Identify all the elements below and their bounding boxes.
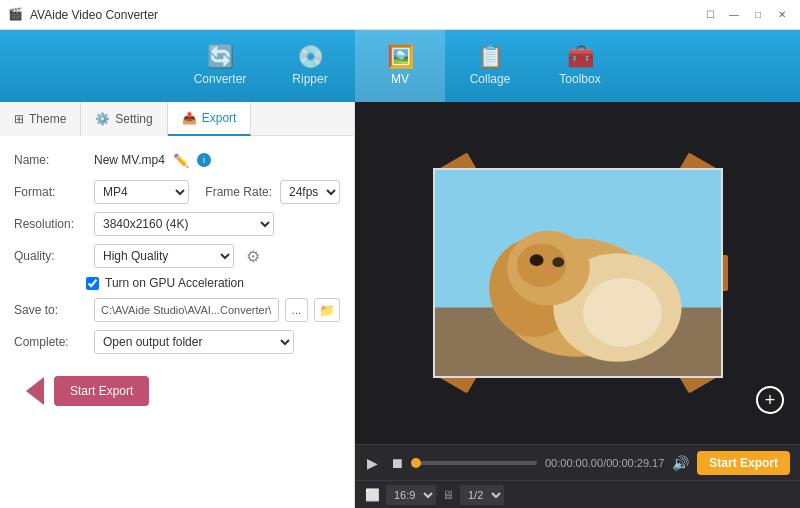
collage-icon: 📋 bbox=[477, 46, 504, 68]
mv-icon: 🖼️ bbox=[387, 46, 414, 68]
maximize-button[interactable]: □ bbox=[748, 7, 768, 23]
player-controls: ▶ ⏹ 00:00:00.00/00:00:29.17 🔊 Start Expo… bbox=[355, 444, 800, 480]
svg-point-9 bbox=[552, 257, 564, 267]
zoom-select[interactable]: 1/21/12/1 bbox=[460, 485, 504, 505]
toolbox-icon: 🧰 bbox=[567, 46, 594, 68]
format-row: Format: MP4AVIMKVMOV Frame Rate: 24fps30… bbox=[14, 180, 340, 204]
svg-point-8 bbox=[529, 254, 543, 266]
right-panel: + ▶ ⏹ 00:00:00.00/00:00:29.17 🔊 Start Ex… bbox=[355, 102, 800, 508]
nav-toolbox[interactable]: 🧰 Toolbox bbox=[535, 30, 625, 102]
name-row: Name: New MV.mp4 ✏️ i bbox=[14, 148, 340, 172]
play-button[interactable]: ▶ bbox=[365, 453, 380, 473]
info-icon[interactable]: i bbox=[197, 153, 211, 167]
save-path-input[interactable]: C:\AVAide Studio\AVAI...Converter\MV Exp… bbox=[94, 298, 279, 322]
quality-row: Quality: High QualityNormal QualityLow Q… bbox=[14, 244, 340, 268]
gpu-label: Turn on GPU Acceleration bbox=[105, 276, 244, 290]
minimize-button[interactable]: — bbox=[724, 7, 744, 23]
add-media-preview-button[interactable]: + bbox=[756, 386, 784, 414]
nav-collage[interactable]: 📋 Collage bbox=[445, 30, 535, 102]
message-icon[interactable]: ☐ bbox=[700, 7, 720, 23]
start-export-hint: Start Export bbox=[54, 376, 149, 406]
framerate-select[interactable]: 24fps30fps60fps bbox=[280, 180, 340, 204]
nav-ripper[interactable]: 💿 Ripper bbox=[265, 30, 355, 102]
progress-dot bbox=[411, 458, 421, 468]
resolution-label: Resolution: bbox=[14, 217, 86, 231]
svg-point-10 bbox=[544, 268, 552, 274]
start-export-left-button[interactable]: Start Export bbox=[54, 376, 149, 406]
ripper-icon: 💿 bbox=[297, 46, 324, 68]
photo-frame bbox=[433, 168, 723, 378]
theme-tab-icon: ⊞ bbox=[14, 112, 24, 126]
cat-preview bbox=[435, 170, 721, 376]
stop-button[interactable]: ⏹ bbox=[388, 453, 406, 473]
window-controls: ☐ — □ ✕ bbox=[700, 7, 792, 23]
resolution-row: Resolution: 3840x2160 (4K)1920x1080 (FHD… bbox=[14, 212, 340, 236]
tab-export[interactable]: 📤 Export bbox=[168, 102, 252, 136]
complete-label: Complete: bbox=[14, 335, 86, 349]
open-folder-button[interactable]: 📁 bbox=[314, 298, 340, 322]
time-display: 00:00:00.00/00:00:29.17 bbox=[545, 457, 664, 469]
save-label: Save to: bbox=[14, 303, 86, 317]
svg-point-5 bbox=[582, 278, 661, 347]
format-label: Format: bbox=[14, 185, 86, 199]
nav-converter[interactable]: 🔄 Converter bbox=[175, 30, 265, 102]
volume-icon[interactable]: 🔊 bbox=[672, 455, 689, 471]
edit-icon[interactable]: ✏️ bbox=[173, 153, 189, 168]
app-icon: 🎬 bbox=[8, 7, 24, 23]
framerate-label: Frame Rate: bbox=[205, 185, 272, 199]
complete-row: Complete: Open output folderDo nothingSh… bbox=[14, 330, 340, 354]
nav-bar: 🔄 Converter 💿 Ripper 🖼️ MV 📋 Collage 🧰 T… bbox=[0, 30, 800, 102]
start-export-area: Start Export bbox=[14, 376, 340, 406]
aspect-ratio-icon: ⬜ bbox=[365, 488, 380, 502]
complete-select[interactable]: Open output folderDo nothingShut down bbox=[94, 330, 294, 354]
aspect-ratio-select[interactable]: 16:94:31:1 bbox=[386, 485, 436, 505]
close-button[interactable]: ✕ bbox=[772, 7, 792, 23]
gpu-checkbox[interactable] bbox=[86, 277, 99, 290]
export-tab-icon: 📤 bbox=[182, 111, 197, 125]
tab-bar: ⊞ Theme ⚙️ Setting 📤 Export bbox=[0, 102, 354, 136]
tab-theme[interactable]: ⊞ Theme bbox=[0, 102, 81, 136]
resolution-select[interactable]: 3840x2160 (4K)1920x1080 (FHD)1280x720 (H… bbox=[94, 212, 274, 236]
progress-bar[interactable] bbox=[414, 461, 537, 465]
quality-settings-button[interactable]: ⚙ bbox=[242, 245, 264, 267]
name-value: New MV.mp4 bbox=[94, 153, 165, 167]
gpu-row: Turn on GPU Acceleration bbox=[14, 276, 340, 290]
app-title: AVAide Video Converter bbox=[30, 8, 700, 22]
converter-icon: 🔄 bbox=[207, 46, 234, 68]
title-bar: 🎬 AVAide Video Converter ☐ — □ ✕ bbox=[0, 0, 800, 30]
quality-select[interactable]: High QualityNormal QualityLow Quality bbox=[94, 244, 234, 268]
browse-button[interactable]: ... bbox=[285, 298, 308, 322]
nav-mv[interactable]: 🖼️ MV bbox=[355, 30, 445, 102]
left-panel: ⊞ Theme ⚙️ Setting 📤 Export Name: New MV… bbox=[0, 102, 355, 508]
tab-setting[interactable]: ⚙️ Setting bbox=[81, 102, 167, 136]
photo-frame-wrapper bbox=[423, 158, 733, 388]
setting-tab-icon: ⚙️ bbox=[95, 112, 110, 126]
save-row: Save to: C:\AVAide Studio\AVAI...Convert… bbox=[14, 298, 340, 322]
zoom-icon: 🖥 bbox=[442, 488, 454, 502]
name-label: Name: bbox=[14, 153, 86, 167]
start-export-right-button[interactable]: Start Export bbox=[697, 451, 790, 475]
export-form: Name: New MV.mp4 ✏️ i Format: MP4AVIMKVM… bbox=[0, 136, 354, 366]
format-select[interactable]: MP4AVIMKVMOV bbox=[94, 180, 189, 204]
quality-label: Quality: bbox=[14, 249, 86, 263]
aspect-row: ⬜ 16:94:31:1 🖥 1/21/12/1 bbox=[355, 480, 800, 508]
preview-area: + bbox=[355, 102, 800, 444]
main-layout: ⊞ Theme ⚙️ Setting 📤 Export Name: New MV… bbox=[0, 102, 800, 508]
